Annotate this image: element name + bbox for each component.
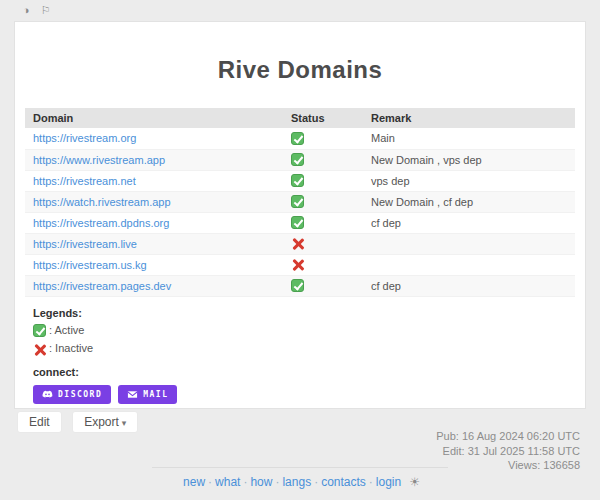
page-meta: Pub: 16 Aug 2024 06:20 UTC Edit: 31 Jul … [436, 429, 580, 473]
mail-icon [127, 389, 138, 400]
edit-date: Edit: 31 Jul 2025 11:58 UTC [436, 444, 580, 459]
legend-title: Legends: [33, 307, 575, 319]
mail-button-label: MAIL [143, 390, 168, 399]
status-icon [291, 174, 304, 187]
footer-link-how[interactable]: how [250, 475, 272, 489]
table-row: https://watch.rivestream.app New Domain … [25, 191, 575, 212]
domains-table: Domain Status Remark https://rivestream.… [25, 108, 575, 297]
table-row: https://rivestream.org Main [25, 128, 575, 149]
separator: · [369, 475, 373, 489]
inactive-status-icon [33, 343, 46, 356]
table-row: https://rivestream.live [25, 233, 575, 254]
header-domain: Domain [25, 108, 283, 128]
table-header-row: Domain Status Remark [25, 108, 575, 128]
domain-link[interactable]: https://rivestream.pages.dev [33, 280, 171, 292]
legend-section: Legends: : Active : Inactive [25, 307, 575, 356]
remark-text: cf dep [363, 275, 575, 296]
table-row: https://rivestream.dpdns.org cf dep [25, 212, 575, 233]
theme-sun-icon[interactable]: ☀ [409, 475, 420, 489]
page-actions: Edit Export▾ [17, 411, 144, 433]
domain-link[interactable]: https://rivestream.org [33, 132, 136, 144]
content-card: Rive Domains Domain Status Remark https:… [15, 22, 585, 408]
status-icon [291, 216, 304, 229]
pub-date: Pub: 16 Aug 2024 06:20 UTC [436, 429, 580, 444]
status-icon [291, 195, 304, 208]
footer-link-login[interactable]: login [376, 475, 401, 489]
remark-text: cf dep [363, 212, 575, 233]
table-row: https://rivestream.net vps dep [25, 170, 575, 191]
remark-text: New Domain , vps dep [363, 149, 575, 170]
table-row: https://rivestream.pages.dev cf dep [25, 275, 575, 296]
remark-text: vps dep [363, 170, 575, 191]
topbar: ◑ ⚐ [23, 4, 59, 17]
discord-icon [42, 389, 53, 400]
table-row: https://www.rivestream.app New Domain , … [25, 149, 575, 170]
edit-button[interactable]: Edit [17, 411, 62, 433]
domain-link[interactable]: https://rivestream.dpdns.org [33, 217, 169, 229]
caret-down-icon: ▾ [122, 418, 127, 428]
remark-text [363, 233, 575, 254]
domain-link[interactable]: https://www.rivestream.app [33, 154, 165, 166]
footer: new·what·how·langs·contacts·login☀ [0, 467, 600, 489]
remark-text: Main [363, 128, 575, 149]
remark-text: New Domain , cf dep [363, 191, 575, 212]
status-icon [291, 132, 304, 145]
discord-button[interactable]: DISCORD [33, 385, 111, 404]
connect-section: connect: DISCORD MAIL [25, 366, 575, 404]
legend-item-active: : Active [33, 323, 575, 338]
contrast-icon[interactable]: ◑ [23, 4, 30, 16]
separator: · [314, 475, 318, 489]
separator: · [208, 475, 212, 489]
separator: · [243, 475, 247, 489]
status-icon [291, 237, 304, 250]
flag-icon[interactable]: ⚐ [41, 4, 51, 16]
domain-link[interactable]: https://rivestream.us.kg [33, 259, 147, 271]
header-status: Status [283, 108, 363, 128]
domain-link[interactable]: https://rivestream.net [33, 175, 136, 187]
legend-label: : Active [49, 324, 84, 336]
export-button[interactable]: Export▾ [72, 411, 138, 433]
footer-link-contacts[interactable]: contacts [321, 475, 366, 489]
status-icon [291, 279, 304, 292]
mail-button[interactable]: MAIL [118, 385, 177, 404]
status-icon [291, 153, 304, 166]
footer-link-what[interactable]: what [215, 475, 240, 489]
connect-title: connect: [33, 366, 575, 378]
discord-button-label: DISCORD [58, 390, 102, 399]
status-icon [291, 258, 304, 271]
page-title: Rive Domains [25, 56, 575, 84]
domain-link[interactable]: https://rivestream.live [33, 238, 137, 250]
legend-item-inactive: : Inactive [33, 341, 575, 356]
footer-link-langs[interactable]: langs [282, 475, 311, 489]
domain-link[interactable]: https://watch.rivestream.app [33, 196, 171, 208]
legend-label: : Inactive [49, 342, 93, 354]
table-row: https://rivestream.us.kg [25, 254, 575, 275]
separator: · [275, 475, 279, 489]
active-status-icon [33, 324, 46, 337]
remark-text [363, 254, 575, 275]
header-remark: Remark [363, 108, 575, 128]
footer-link-new[interactable]: new [183, 475, 205, 489]
